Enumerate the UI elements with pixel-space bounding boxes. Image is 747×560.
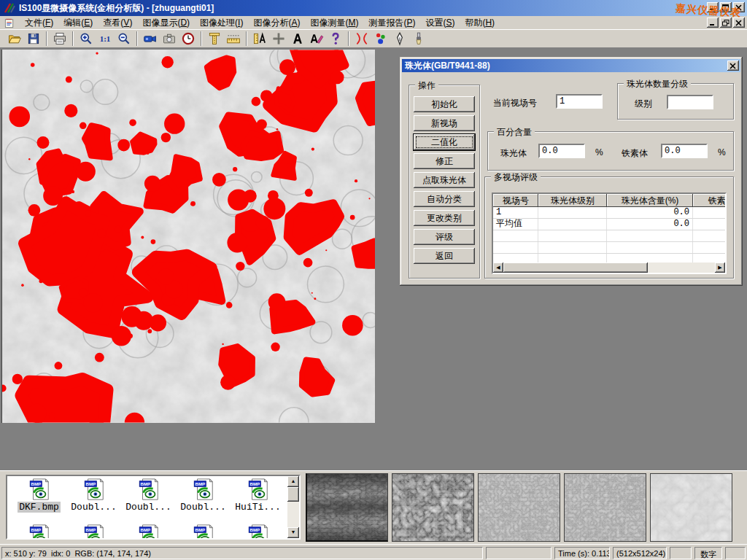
child-minimize-button[interactable] [707, 18, 719, 28]
op-button-2[interactable]: 二值化 [414, 134, 475, 150]
mode-panel: 数字 [694, 547, 722, 559]
close-button[interactable] [733, 2, 745, 12]
bmp-file-icon: BMP [247, 524, 269, 540]
child-close-button[interactable] [733, 18, 745, 28]
camera-button[interactable] [160, 31, 179, 47]
print-button[interactable] [50, 31, 69, 47]
current-field-input[interactable]: 1 [556, 94, 603, 109]
menu-item-3[interactable]: 图像显示(D) [137, 15, 195, 31]
phase-color-button[interactable] [371, 31, 390, 47]
file-item-1[interactable]: BMPDoubl... [66, 478, 121, 513]
pen-tool-button[interactable] [390, 31, 409, 47]
thumbnail-3[interactable] [564, 473, 646, 542]
vscroll-thumb[interactable] [287, 487, 299, 502]
minimize-button[interactable] [707, 2, 719, 12]
pearlite-percent-sign: % [595, 147, 603, 158]
zoom-in-button[interactable] [77, 31, 96, 47]
menu-items: 文件(F)编辑(E)查看(V)图像显示(D)图像处理(I)图像分析(A)图像测量… [20, 15, 500, 31]
brush-tool-button[interactable] [409, 31, 428, 47]
curve-tool-button[interactable] [352, 31, 371, 47]
menu-item-5[interactable]: 图像分析(A) [248, 15, 305, 31]
scroll-down-button[interactable]: ▼ [287, 527, 299, 538]
table-cell-1-3 [693, 219, 727, 230]
file-item-0[interactable]: BMPDKF.bmp [12, 478, 66, 513]
measure-scale-button[interactable] [250, 31, 269, 47]
save-button[interactable] [24, 31, 43, 47]
file-item-3[interactable]: BMPDoubl... [176, 478, 231, 513]
table-header-1[interactable]: 珠光体级别 [538, 194, 607, 207]
hscroll-track[interactable] [648, 262, 715, 273]
open-button[interactable] [5, 31, 24, 47]
menu-item-7[interactable]: 测量报告(P) [363, 15, 420, 31]
dialog-title-bar[interactable]: 珠光体(GB/T9441-88) [402, 59, 740, 72]
table-row-1[interactable]: 平均值0.0 [493, 219, 725, 230]
caliper-button[interactable] [205, 31, 224, 47]
menu-item-2[interactable]: 查看(V) [98, 15, 137, 31]
text-edit-icon [309, 31, 324, 46]
table-row-3[interactable] [493, 242, 725, 254]
table-header-3[interactable]: 铁素体含量(%) [693, 194, 727, 207]
rating-table-body: 10.0平均值0.0 [493, 207, 725, 265]
video-camera-button[interactable] [141, 31, 160, 47]
table-row-0[interactable]: 10.0 [493, 207, 725, 219]
ruler-button[interactable] [224, 31, 243, 47]
file-label-1: Doubl... [69, 502, 117, 513]
file-item-row2-2[interactable]: BMP [121, 524, 176, 540]
table-cell-2-2 [607, 230, 693, 241]
file-item-row2-1[interactable]: BMP [66, 524, 121, 540]
pearlite-percent-input[interactable]: 0.0 [538, 144, 585, 158]
table-hscrollbar[interactable]: ◀ ▶ [493, 262, 725, 273]
file-item-row2-0[interactable]: BMP [12, 524, 66, 540]
op-button-7[interactable]: 评级 [414, 229, 475, 245]
scroll-right-button[interactable]: ▶ [715, 262, 725, 273]
text-edit-button[interactable] [307, 31, 326, 47]
child-restore-button[interactable] [720, 18, 732, 28]
file-list[interactable]: BMPDKF.bmpBMPDoubl...BMPDoubl...BMPDoubl… [6, 475, 301, 540]
actual-size-button[interactable]: 1:1 [96, 31, 115, 47]
op-button-8[interactable]: 返回 [414, 248, 475, 264]
thumbnail-1[interactable] [392, 473, 474, 542]
menu-item-6[interactable]: 图像测量(M) [305, 15, 363, 31]
ferrite-percent-sign: % [718, 147, 726, 158]
menu-item-4[interactable]: 图像处理(I) [195, 15, 248, 31]
op-button-5[interactable]: 自动分类 [414, 191, 475, 207]
empty-panel-3 [725, 547, 746, 559]
file-list-scrollbar[interactable]: ▲ ▼ [287, 476, 299, 538]
menu-item-1[interactable]: 编辑(E) [58, 15, 98, 31]
file-item-row2-4[interactable]: BMP [231, 524, 285, 540]
thumbnail-2[interactable] [478, 473, 560, 542]
clock-button[interactable] [179, 31, 198, 47]
op-button-4[interactable]: 点取珠光体 [414, 172, 475, 188]
grid-button[interactable] [269, 31, 288, 47]
thumbnail-0[interactable] [306, 473, 388, 542]
ferrite-label: 铁素体 [622, 147, 648, 160]
help-button[interactable] [326, 31, 345, 47]
scroll-left-button[interactable]: ◀ [493, 262, 503, 273]
ruler-icon [226, 31, 241, 46]
maximize-button[interactable] [720, 2, 732, 12]
thumbnail-4[interactable] [650, 473, 732, 542]
op-button-0[interactable]: 初始化 [414, 96, 475, 112]
text-button[interactable] [288, 31, 307, 47]
scroll-up-button[interactable]: ▲ [287, 476, 299, 487]
dialog-close-button[interactable] [727, 61, 739, 71]
op-button-1[interactable]: 新视场 [414, 115, 475, 131]
file-item-4[interactable]: BMPHuiTi... [231, 478, 285, 513]
hscroll-thumb[interactable] [503, 262, 648, 273]
ferrite-percent-input[interactable]: 0.0 [661, 144, 708, 158]
file-item-2[interactable]: BMPDoubl... [121, 478, 176, 513]
micrograph-image[interactable] [1, 50, 375, 423]
table-row-2[interactable] [493, 230, 725, 242]
file-item-row2-3[interactable]: BMP [176, 524, 231, 540]
empty-panel-1 [486, 547, 551, 559]
menu-item-0[interactable]: 文件(F) [20, 15, 58, 31]
zoom-out-button[interactable] [115, 31, 133, 47]
table-header-2[interactable]: 珠光体含量(%) [607, 194, 693, 207]
table-header-0[interactable]: 视场号 [493, 194, 538, 207]
bmp-file-icon: BMP [193, 524, 214, 540]
menu-item-8[interactable]: 设置(S) [420, 15, 460, 31]
op-button-6[interactable]: 更改类别 [414, 210, 475, 226]
grade-input[interactable] [667, 95, 713, 109]
menu-item-9[interactable]: 帮助(H) [460, 15, 500, 31]
op-button-3[interactable]: 修正 [414, 153, 475, 169]
